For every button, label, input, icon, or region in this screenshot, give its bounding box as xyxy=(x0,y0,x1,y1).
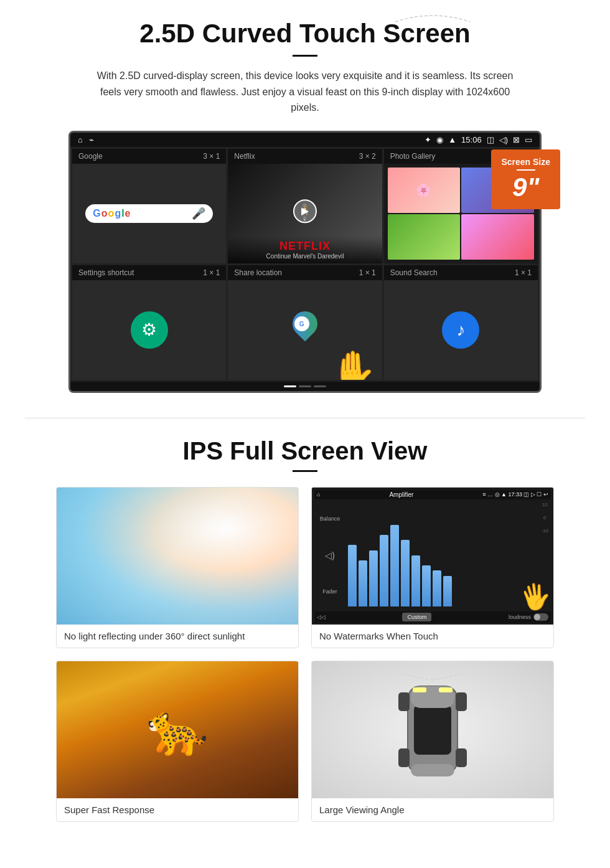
google-app-name: Google xyxy=(78,152,103,161)
svg-rect-7 xyxy=(456,748,467,767)
section-curved-touch-screen: 2.5D Curved Touch Screen With 2.5D curve… xyxy=(0,0,610,405)
netflix-play-button[interactable]: ▶ xyxy=(293,199,317,223)
google-app-cell[interactable]: Google 🎤 xyxy=(72,164,226,263)
sound-search-cell[interactable]: ♪ xyxy=(384,280,538,380)
card-amplifier: ⌂ Amplifier ≡ … ◎ ▲ 17:33 ◫ ▷ ☐ ↩ Balanc… xyxy=(311,487,554,648)
section2-title: IPS Full Screen View xyxy=(37,437,573,465)
section1-title: 2.5D Curved Touch Screen xyxy=(37,19,573,49)
amp-custom-btn[interactable]: Custom xyxy=(402,613,431,621)
page-indicators xyxy=(70,382,540,391)
location-icon: ◉ xyxy=(436,135,443,144)
cheetah-image: 🐆 xyxy=(57,661,298,798)
volume-icon-amp: ◁) xyxy=(317,550,343,560)
sound-app-size: 1 × 1 xyxy=(515,268,532,277)
car-caption: Large Viewing Angle xyxy=(312,798,553,821)
close-box-icon: ⊠ xyxy=(513,135,520,144)
title-underline xyxy=(293,55,317,57)
section-divider xyxy=(25,418,585,418)
photo-thumb-4 xyxy=(461,214,534,260)
app-cells-row1: Google 🎤 🕴 ▶ NETFLIX Continue Marvel's D… xyxy=(70,164,540,265)
g-letter: G xyxy=(299,320,304,327)
section2-underline xyxy=(293,470,317,472)
eq-bar-6 xyxy=(401,540,410,606)
share-app-name: Share location xyxy=(234,268,282,277)
light-rays xyxy=(57,488,298,625)
amplifier-ui: ⌂ Amplifier ≡ … ◎ ▲ 17:33 ◫ ▷ ☐ ↩ Balanc… xyxy=(312,488,553,625)
sound-search-icon: ♪ xyxy=(442,311,479,349)
sunlight-caption: No light reflecting under 360° direct su… xyxy=(57,625,298,648)
status-left-icons: ⌂ ⌁ xyxy=(78,135,94,144)
eq-bars-container: 100-10 xyxy=(345,499,551,611)
settings-app-name: Settings shortcut xyxy=(78,268,134,277)
feature-image-grid: No light reflecting under 360° direct su… xyxy=(37,487,573,822)
photo-thumb-3 xyxy=(388,214,461,260)
amp-title: Amplifier xyxy=(389,491,413,498)
amp-sidebar: Balance ◁) Fader xyxy=(314,499,345,611)
indicator-2 xyxy=(314,385,326,387)
fader-label: Fader xyxy=(317,588,343,595)
status-right-icons: ✦ ◉ ▲ 15:06 ◫ ◁) ⊠ ▭ xyxy=(425,135,532,144)
home-icon: ⌂ xyxy=(78,135,83,144)
wifi-icon: ▲ xyxy=(448,135,456,144)
eq-bar-5 xyxy=(390,525,399,606)
card-cheetah: 🐆 Super Fast Response xyxy=(56,661,299,822)
settings-app-cell[interactable]: ⚙ xyxy=(72,280,226,380)
sound-app-name: Sound Search xyxy=(390,268,438,277)
indicator-1 xyxy=(299,385,311,387)
netflix-brand: NETFLIX xyxy=(234,240,375,253)
netflix-subtitle: Continue Marvel's Daredevil xyxy=(234,253,375,260)
amp-hand-icon: 🖐 xyxy=(517,580,553,614)
amplifier-caption: No Watermarks When Touch xyxy=(312,625,553,648)
netflix-app-size: 3 × 2 xyxy=(359,152,376,161)
share-label-row: Share location 1 × 1 xyxy=(228,265,382,280)
amp-footer: ◁◁ Custom loudness xyxy=(314,611,551,623)
svg-rect-6 xyxy=(398,748,410,767)
badge-size-value: 9" xyxy=(512,172,539,202)
eq-bar-2 xyxy=(359,560,367,606)
toggle-knob xyxy=(534,614,540,620)
share-location-cell[interactable]: G 🤚 xyxy=(228,280,382,380)
status-bar: ⌂ ⌁ ✦ ◉ ▲ 15:06 ◫ ◁) ⊠ ▭ xyxy=(70,133,540,147)
settings-icon: ⚙ xyxy=(131,311,168,349)
eq-bar-1 xyxy=(348,545,357,606)
card-car: Large Viewing Angle xyxy=(311,661,554,822)
eq-scale: 100-10 xyxy=(541,502,548,534)
volume-icon: ◁) xyxy=(499,135,508,144)
svg-line-10 xyxy=(401,674,433,680)
car-svg xyxy=(395,674,470,786)
device-mockup: Screen Size 9" ⌂ ⌁ ✦ ◉ ▲ 15:06 ◫ ◁) ⊠ xyxy=(68,131,542,393)
photo-app-name: Photo Gallery xyxy=(390,152,436,161)
section-ips-view: IPS Full Screen View No light reflecting… xyxy=(0,431,610,834)
amp-home-icon: ⌂ xyxy=(317,491,320,498)
car-image xyxy=(312,661,553,798)
balance-label: Balance xyxy=(317,516,343,522)
settings-label-row: Settings shortcut 1 × 1 xyxy=(72,265,226,280)
loudness-toggle[interactable] xyxy=(533,613,548,621)
amplifier-image: ⌂ Amplifier ≡ … ◎ ▲ 17:33 ◫ ▷ ☐ ↩ Balanc… xyxy=(312,488,553,625)
google-logo: Google xyxy=(93,208,130,219)
sound-label-row: Sound Search 1 × 1 xyxy=(384,265,538,280)
google-app-size: 3 × 1 xyxy=(203,152,220,161)
camera-icon: ◫ xyxy=(487,135,494,144)
netflix-app-cell[interactable]: 🕴 ▶ NETFLIX Continue Marvel's Daredevil xyxy=(228,164,382,263)
amp-nav-left: ◁◁ xyxy=(317,614,326,620)
amp-loudness: loudness xyxy=(509,613,548,621)
app-cells-row2: ⚙ G 🤚 ♪ xyxy=(70,280,540,382)
svg-rect-3 xyxy=(411,764,454,776)
svg-rect-5 xyxy=(456,692,467,711)
indicator-active xyxy=(284,385,296,387)
amp-main: Balance ◁) Fader 100-10 xyxy=(314,499,551,611)
google-mic-icon: 🎤 xyxy=(192,207,205,220)
eq-bar-9 xyxy=(433,570,441,606)
eq-bar-8 xyxy=(422,565,431,606)
usb-icon: ⌁ xyxy=(89,135,94,144)
eq-bar-4 xyxy=(380,535,388,606)
eq-bar-7 xyxy=(411,555,420,606)
eq-bar-3 xyxy=(369,550,378,606)
section1-description: With 2.5D curved-display screen, this de… xyxy=(93,68,517,116)
screen-size-badge: Screen Size 9" xyxy=(491,149,560,209)
google-search-bar[interactable]: Google 🎤 xyxy=(85,204,213,223)
window-icon: ▭ xyxy=(525,135,532,144)
maps-icon: G xyxy=(289,311,321,349)
cheetah-caption: Super Fast Response xyxy=(57,798,298,821)
